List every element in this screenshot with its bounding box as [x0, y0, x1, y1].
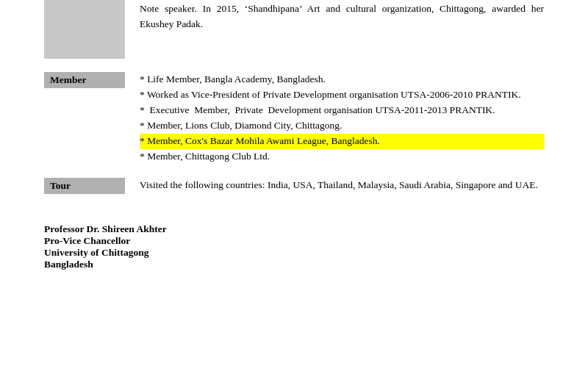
member-section: Member * Life Member, Bangla Academy, Ba…: [44, 72, 544, 165]
footer-title3: Bangladesh: [44, 259, 544, 270]
member-content: * Life Member, Bangla Academy, Banglades…: [140, 72, 544, 165]
note-speaker-label: Note speaker. In 2015, ‘Shandhipana’ Art…: [140, 3, 544, 29]
member-line-1: * Life Member, Bangla Academy, Banglades…: [140, 72, 544, 87]
member-line-4: * Member, Lions Club, Diamond City, Chit…: [140, 118, 544, 134]
footer: Professor Dr. Shireen Akhter Pro-Vice Ch…: [44, 216, 544, 270]
member-line-6: * Member, Chittagong Club Ltd.: [140, 149, 544, 165]
member-line-2: * Worked as Vice-President of Private De…: [140, 87, 544, 103]
member-line-3: * Executive Member, Private Development …: [140, 103, 544, 118]
footer-name: Professor Dr. Shireen Akhter: [44, 223, 544, 235]
member-label-box: Member: [44, 72, 125, 165]
tour-text: Visited the following countries: India, …: [140, 179, 538, 190]
top-text: Note speaker. In 2015, ‘Shandhipana’ Art…: [140, 0, 544, 59]
tour-content: Visited the following countries: India, …: [140, 178, 544, 194]
top-photo-placeholder: [44, 0, 125, 59]
page: Note speaker. In 2015, ‘Shandhipana’ Art…: [0, 0, 588, 285]
footer-title1: Pro-Vice Chancellor: [44, 235, 544, 247]
tour-label-box: Tour: [44, 178, 125, 194]
top-section: Note speaker. In 2015, ‘Shandhipana’ Art…: [44, 0, 544, 59]
member-label: Member: [44, 72, 125, 88]
tour-section: Tour Visited the following countries: In…: [44, 178, 544, 194]
footer-title2: University of Chittagong: [44, 247, 544, 259]
tour-label: Tour: [44, 178, 125, 194]
member-line-5-highlighted: * Member, Cox's Bazar Mohila Awami Leagu…: [140, 134, 544, 149]
